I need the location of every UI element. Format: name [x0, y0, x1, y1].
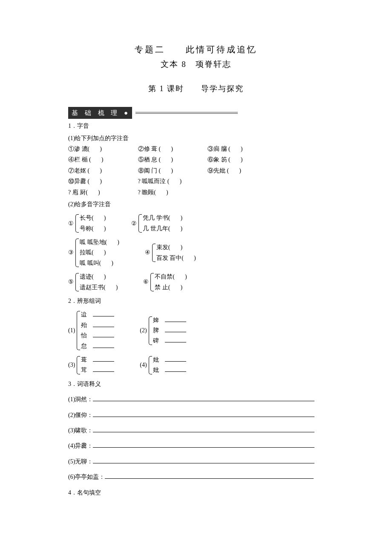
poly-num: ⑥: [143, 277, 149, 287]
bianxing-item: 碑: [153, 337, 159, 344]
answer-blank[interactable]: [104, 283, 118, 292]
poly-item: 凭几 学书: [143, 215, 168, 221]
bianxing-item: 妣: [153, 357, 159, 363]
brace-group: 妣 妣: [148, 355, 186, 375]
answer-blank[interactable]: [93, 321, 114, 327]
answer-blank[interactable]: [159, 155, 173, 164]
answer-blank[interactable]: [228, 144, 242, 154]
brace-group: 不自禁 禁 止: [150, 272, 187, 292]
answer-blank[interactable]: [92, 248, 106, 257]
ziyin-item: ①渗 漉: [68, 146, 88, 152]
def-label: (2)偃仰：: [68, 412, 93, 418]
answer-blank[interactable]: [93, 355, 114, 362]
answer-line[interactable]: [93, 395, 314, 401]
answer-blank[interactable]: [154, 188, 168, 197]
answer-blank[interactable]: [88, 177, 102, 186]
answer-blank[interactable]: [93, 342, 114, 348]
def-row: (6)亭亭如盖：: [68, 472, 324, 482]
answer-blank[interactable]: [165, 316, 186, 322]
answer-line[interactable]: [93, 426, 314, 432]
ziyin-row: ④栏 楯 ⑤栖 息 ⑥象 笏: [68, 155, 324, 164]
ziyin-item: ④栏 楯: [68, 156, 88, 163]
answer-blank[interactable]: [168, 213, 182, 223]
answer-line[interactable]: [93, 411, 314, 417]
def-row: (3)啸歌：: [68, 426, 324, 435]
poly-num: ①: [68, 219, 74, 228]
brace-group: 遗迹 遗赵王书: [75, 272, 118, 292]
def-label: (6)亭亭如盖：: [68, 474, 105, 480]
def-label: (3)啸歌：: [68, 427, 93, 434]
brace-group: 束发 百发 百中: [151, 243, 196, 263]
bianxing-item: 怡: [81, 332, 87, 339]
answer-blank[interactable]: [88, 144, 102, 154]
ziyin-item: ? 呱呱而泣: [138, 178, 166, 184]
answer-blank[interactable]: [228, 155, 242, 164]
answer-blank[interactable]: [167, 177, 182, 186]
answer-blank[interactable]: [165, 336, 186, 342]
answer-blank[interactable]: [227, 166, 241, 175]
answer-blank[interactable]: [159, 144, 173, 154]
poly-item: 遗迹: [80, 273, 92, 280]
answer-line[interactable]: [93, 441, 314, 448]
heading-ziyin-1: (1)给下列加点的字注音: [68, 134, 324, 143]
def-label: (5)无聊：: [68, 458, 93, 465]
answer-blank[interactable]: [86, 188, 100, 197]
def-row: (1)洞然：: [68, 395, 324, 404]
answer-blank[interactable]: [92, 224, 106, 233]
answer-blank[interactable]: [93, 331, 114, 337]
ziyin-item: ③扃 牖: [208, 146, 227, 152]
answer-blank[interactable]: [168, 224, 182, 233]
bianxing-item: 妣: [153, 367, 159, 373]
ziyin-item: ⑥象 笏: [208, 156, 227, 163]
poly-row: ③ 呱 呱坠地 拉呱 呱 呱叫 ④ 束发 百发 百中: [68, 238, 324, 268]
answer-blank[interactable]: [173, 272, 187, 282]
answer-blank[interactable]: [105, 238, 119, 247]
brace-group: 葺 茸: [76, 355, 114, 375]
answer-line[interactable]: [105, 472, 314, 479]
def-row: (2)偃仰：: [68, 411, 324, 420]
heading-mingju: 4．名句填空: [68, 488, 324, 497]
text-title: 文本 8 项脊轩志: [68, 58, 324, 71]
bianxing-item: 迨: [81, 311, 87, 318]
ziyin-item: ? 庖 厨: [68, 189, 86, 196]
section-banner-label: 基 础 梳 理 ●: [68, 107, 132, 119]
poly-item: 束发: [156, 244, 168, 250]
section-banner: 基 础 梳 理 ●: [68, 107, 324, 119]
brace-group: 婢 脾 碑: [148, 316, 186, 346]
bianxing-item: 葺: [81, 357, 87, 363]
answer-blank[interactable]: [165, 326, 186, 332]
poly-num: ③: [68, 248, 74, 257]
answer-blank[interactable]: [182, 253, 196, 263]
brace-group: 凭几 学书 几 世几年: [138, 213, 182, 233]
poly-item: 长号: [80, 215, 92, 221]
bianxing-item: 殆: [81, 322, 87, 328]
answer-blank[interactable]: [89, 155, 103, 164]
banner-rules: [135, 111, 238, 115]
ziyin-item: ⑤栖 息: [138, 156, 158, 163]
ziyin-row: ⑦老妪 ⑧阖 门 ⑨先妣: [68, 166, 324, 175]
answer-blank[interactable]: [168, 283, 182, 292]
answer-blank[interactable]: [165, 365, 186, 372]
ziyin-item: ⑧阖 门: [138, 167, 158, 174]
ziyin-row: ①渗 漉 ②修 葺 ③扃 牖: [68, 144, 324, 154]
answer-blank[interactable]: [92, 272, 106, 282]
poly-item: 不自禁: [155, 273, 173, 280]
answer-blank[interactable]: [88, 166, 102, 175]
answer-blank[interactable]: [93, 365, 114, 372]
answer-blank[interactable]: [92, 213, 106, 223]
section-banner-text: 基 础 梳 理: [72, 109, 120, 116]
ziyin-item: ⑩异爨: [68, 178, 86, 184]
poly-item: 遗赵王书: [80, 284, 104, 290]
bianxing-num: (2): [140, 326, 147, 335]
heading-bianxing: 2．辨形组词: [68, 296, 324, 306]
bianxing-item: 脾: [153, 327, 159, 334]
ziyin-item: ②修 葺: [138, 146, 158, 152]
answer-line[interactable]: [93, 457, 314, 463]
answer-blank[interactable]: [168, 243, 182, 252]
answer-blank[interactable]: [165, 355, 186, 362]
answer-blank[interactable]: [159, 166, 173, 175]
poly-item: 百发 百中: [156, 255, 182, 261]
answer-blank[interactable]: [93, 310, 114, 316]
answer-blank[interactable]: [99, 259, 113, 268]
ziyin-row: ? 庖 厨 ? 瞻顾: [68, 188, 324, 197]
